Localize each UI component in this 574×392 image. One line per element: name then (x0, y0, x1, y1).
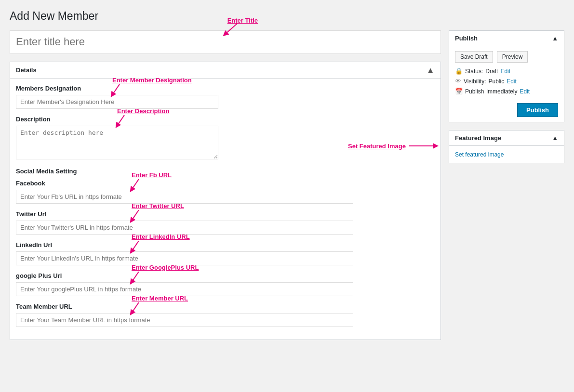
designation-label: Members Designation (16, 85, 435, 92)
details-metabox-content: Members Designation Enter Member Designa… (10, 79, 441, 340)
social-media-heading: Social Media Setting (16, 168, 435, 175)
publish-panel-content: Save Draft Preview 🔒 Status: Draft Edit … (449, 46, 564, 122)
details-metabox: Details ▲ Members Designation Enter Memb… (10, 62, 441, 340)
featured-image-content: Set Featured Image Set featured image (449, 146, 564, 163)
status-row: 🔒 Status: Draft Edit (455, 67, 558, 75)
publish-button[interactable]: Publish (517, 103, 558, 117)
linkedin-input[interactable] (16, 251, 353, 265)
twitter-label: Twitter Url (16, 210, 435, 218)
designation-field-group: Members Designation Enter Member Designa… (16, 85, 435, 109)
googleplus-field-group: google Plus Url Enter GooglePlus URL (16, 272, 435, 296)
facebook-input[interactable] (16, 190, 353, 204)
publish-actions: Save Draft Preview (455, 51, 558, 63)
publish-time-edit-link[interactable]: Edit (520, 88, 530, 95)
publish-panel: Publish ▲ Save Draft Preview 🔒 Status: D… (449, 30, 564, 122)
featured-image-header[interactable]: Featured Image ▲ (449, 131, 564, 146)
visibility-label: Visibility: (464, 78, 486, 85)
publish-footer: Publish (455, 99, 558, 117)
linkedin-field-group: LinkedIn Url Enter LinkedIn URL (16, 241, 435, 265)
calendar-icon: 📅 (455, 88, 463, 95)
details-metabox-header[interactable]: Details ▲ (10, 62, 441, 79)
status-value: Draft (485, 68, 498, 75)
designation-input[interactable] (16, 95, 218, 109)
featured-image-toggle-icon: ▲ (552, 134, 558, 142)
googleplus-input[interactable] (16, 282, 353, 296)
linkedin-label: LinkedIn Url (16, 241, 435, 248)
facebook-field-group: Facebook Enter Fb URL (16, 180, 435, 204)
featured-image-panel: Featured Image ▲ Set Featured Image Set … (449, 130, 564, 163)
facebook-label: Facebook (16, 180, 435, 187)
visibility-row: 👁 Visibility: Public Edit (455, 78, 558, 85)
description-field-group: Description Enter Description (16, 116, 435, 161)
sidebar: Publish ▲ Save Draft Preview 🔒 Status: D… (449, 30, 564, 171)
description-label: Description (16, 116, 435, 123)
member-url-label: Team Member URL (16, 303, 435, 310)
publish-toggle-icon: ▲ (552, 35, 558, 42)
publish-panel-header[interactable]: Publish ▲ (449, 31, 564, 46)
twitter-input[interactable] (16, 221, 353, 235)
status-edit-link[interactable]: Edit (500, 68, 510, 75)
page-title: Add New Member (10, 10, 564, 23)
featured-image-heading: Featured Image (455, 134, 501, 142)
publish-time-row: 📅 Publish immediately Edit (455, 88, 558, 95)
visibility-value: Public (488, 78, 504, 85)
member-url-input[interactable] (16, 313, 353, 327)
status-label: Status: (465, 68, 483, 75)
details-toggle-button[interactable]: ▲ (426, 66, 435, 75)
twitter-field-group: Twitter Url Enter Twitter URL (16, 210, 435, 235)
publish-panel-heading: Publish (455, 35, 478, 42)
title-input[interactable] (10, 30, 441, 54)
status-icon: 🔒 (455, 67, 463, 75)
visibility-icon: 👁 (455, 78, 461, 85)
publish-time-label: Publish (465, 88, 484, 95)
googleplus-label: google Plus Url (16, 272, 435, 279)
member-url-field-group: Team Member URL Enter Member URL (16, 303, 435, 327)
preview-button[interactable]: Preview (497, 51, 528, 63)
visibility-edit-link[interactable]: Edit (507, 78, 517, 85)
publish-time-value: immediately (486, 88, 517, 95)
details-heading: Details (16, 66, 37, 74)
description-textarea[interactable] (16, 126, 218, 159)
set-featured-image-link[interactable]: Set featured image (455, 151, 504, 158)
save-draft-button[interactable]: Save Draft (455, 51, 493, 63)
